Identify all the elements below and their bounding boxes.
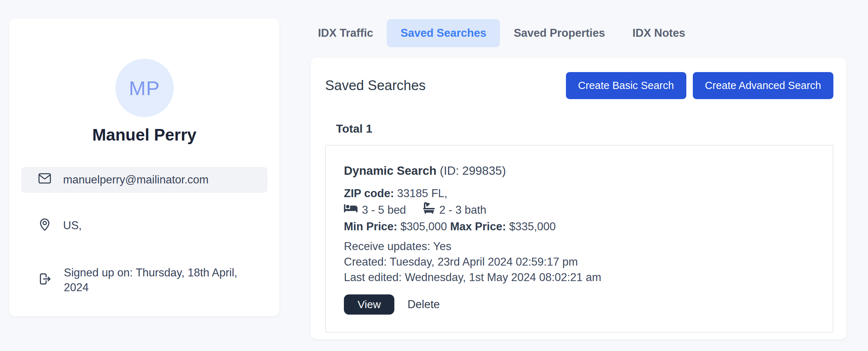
bath-text: 2 - 3 bath: [439, 202, 486, 218]
last-edited-line: Last edited: Wednesday, 1st May 2024 08:…: [344, 270, 811, 285]
location-text: US,: [63, 218, 82, 233]
search-card-actions: View Delete: [344, 294, 811, 315]
min-price-label: Min Price:: [344, 220, 397, 233]
tab-saved-properties[interactable]: Saved Properties: [500, 19, 619, 47]
client-profile-screen: MP Manuel Perry manuelperry@mailinator.c…: [0, 0, 868, 351]
zip-label: ZIP code:: [344, 187, 394, 200]
panel-actions: Create Basic Search Create Advanced Sear…: [566, 72, 833, 99]
view-button[interactable]: View: [344, 294, 394, 315]
bath-icon: [423, 202, 435, 218]
location-row: US,: [37, 217, 279, 235]
client-name: Manuel Perry: [9, 125, 279, 145]
avatar: MP: [115, 59, 174, 117]
tabs: IDX Traffic Saved Searches Saved Propert…: [318, 19, 699, 47]
saved-searches-panel: Saved Searches Create Basic Search Creat…: [311, 58, 846, 339]
tab-idx-traffic[interactable]: IDX Traffic: [318, 19, 387, 47]
signup-row: Signed up on: Thursday, 18th April, 2024: [37, 266, 279, 295]
signup-text: Signed up on: Thursday, 18th April, 2024: [64, 266, 260, 295]
bed-bath-line: 3 - 5 bed 2 - 3 bath: [344, 202, 811, 218]
bed-text: 3 - 5 bed: [362, 202, 406, 218]
zip-value: 33185 FL,: [394, 187, 447, 200]
panel-header: Saved Searches Create Basic Search Creat…: [325, 72, 833, 99]
saved-search-card: Dynamic Search (ID: 299835) ZIP code: 33…: [325, 145, 833, 333]
total-count: Total 1: [336, 122, 833, 135]
location-pin-icon: [37, 217, 52, 235]
mail-icon: [37, 171, 52, 189]
price-line: Min Price: $305,000 Max Price: $335,000: [344, 218, 811, 235]
profile-card: MP Manuel Perry manuelperry@mailinator.c…: [9, 18, 279, 316]
bed-icon: [344, 202, 358, 218]
min-price-value: $305,000: [397, 220, 450, 233]
search-meta: Receive updates: Yes Created: Tuesday, 2…: [344, 239, 811, 285]
tab-idx-notes[interactable]: IDX Notes: [619, 19, 699, 47]
delete-button[interactable]: Delete: [407, 298, 440, 311]
max-price-value: $335,000: [506, 220, 556, 233]
search-id: (ID: 299835): [437, 164, 506, 177]
zip-line: ZIP code: 33185 FL,: [344, 185, 811, 202]
create-basic-search-button[interactable]: Create Basic Search: [566, 72, 686, 99]
avatar-initials: MP: [129, 76, 160, 100]
signup-arrow-icon: [37, 271, 53, 290]
search-title: Dynamic Search: [344, 164, 437, 177]
search-title-line: Dynamic Search (ID: 299835): [344, 164, 811, 178]
created-line: Created: Tuesday, 23rd April 2024 02:59:…: [344, 254, 811, 270]
receive-updates-line: Receive updates: Yes: [344, 239, 811, 254]
tab-saved-searches[interactable]: Saved Searches: [387, 19, 500, 47]
create-advanced-search-button[interactable]: Create Advanced Search: [693, 72, 833, 99]
email-row[interactable]: manuelperry@mailinator.com: [21, 167, 267, 193]
max-price-label: Max Price:: [450, 220, 506, 233]
panel-title: Saved Searches: [325, 78, 426, 93]
email-text: manuelperry@mailinator.com: [63, 173, 209, 186]
